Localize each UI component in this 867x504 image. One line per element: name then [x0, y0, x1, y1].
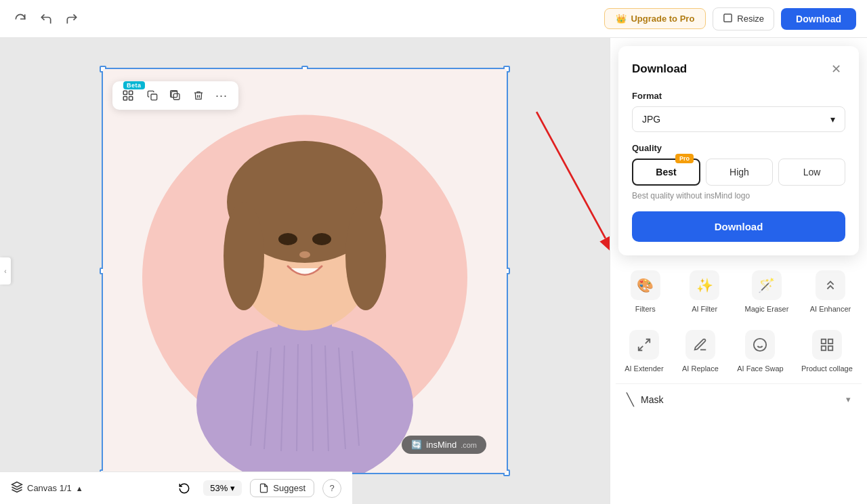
quality-options: Pro Best High Low	[632, 159, 845, 186]
ai-extender-label: AI Extender	[625, 364, 663, 373]
tools-section: 🎨 Filters ✨ AI Filter 🪄 Magic Eraser	[610, 264, 867, 504]
bottombar: Canvas 1/1 ▲ 53% ▾	[0, 471, 352, 504]
quality-section: Quality Pro Best High Low Best quality w…	[632, 143, 845, 201]
ai-extender-icon	[629, 330, 659, 360]
svg-line-28	[646, 339, 650, 343]
help-button[interactable]: ?	[322, 479, 341, 498]
svg-point-9	[299, 251, 310, 258]
ai-tool-button[interactable]: Beta	[119, 85, 140, 106]
upgrade-button[interactable]: 👑 Upgrade to Pro	[604, 8, 706, 29]
product-collage-icon	[812, 330, 842, 360]
svg-rect-34	[828, 339, 832, 343]
svg-rect-20	[123, 97, 127, 100]
tool-product-collage[interactable]: Product collage	[796, 323, 858, 380]
svg-rect-33	[822, 339, 826, 343]
upgrade-label: Upgrade to Pro	[631, 14, 694, 24]
tool-ai-replace[interactable]: AI Replace	[676, 323, 725, 380]
download-panel-close-button[interactable]: ✕	[826, 60, 845, 79]
svg-marker-27	[12, 482, 22, 488]
magic-eraser-label: Magic Eraser	[745, 304, 789, 314]
ai-filter-label: AI Filter	[692, 304, 717, 314]
undo-icon[interactable]	[37, 9, 56, 28]
tool-magic-eraser[interactable]: 🪄 Magic Eraser	[740, 264, 795, 320]
svg-rect-35	[828, 346, 832, 350]
topbar-right: 👑 Upgrade to Pro Resize Download	[604, 7, 856, 30]
tool-ai-enhancer[interactable]: AI Enhancer	[805, 264, 857, 320]
svg-point-5	[224, 202, 264, 310]
ai-face-swap-label: AI Face Swap	[737, 364, 783, 373]
ai-enhancer-icon	[816, 270, 845, 300]
tool-ai-filter[interactable]: ✨ AI Filter	[680, 264, 729, 320]
watermark: 🔄 insMind .com	[402, 436, 486, 454]
format-chevron-icon: ▾	[830, 114, 835, 125]
ai-replace-icon	[685, 330, 715, 360]
watermark-dot: .com	[461, 441, 477, 449]
help-icon: ?	[329, 483, 334, 493]
svg-rect-23	[173, 93, 179, 100]
duplicate-tool-button[interactable]	[165, 85, 186, 106]
canvas-frame[interactable]: 🔄 insMind .com Beta	[102, 68, 508, 474]
format-label: Format	[632, 91, 845, 101]
crown-icon: 👑	[616, 14, 627, 24]
mask-expand-icon: ▾	[846, 394, 851, 404]
svg-rect-0	[724, 14, 732, 21]
tool-filters[interactable]: 🎨 Filters	[621, 264, 670, 320]
chevron-up-icon: ▲	[76, 484, 83, 492]
ai-replace-label: AI Replace	[682, 364, 719, 373]
suggest-button[interactable]: Suggest	[250, 479, 314, 497]
layers-button[interactable]: Canvas 1/1 ▲	[11, 481, 83, 495]
more-tool-button[interactable]: ···	[211, 85, 232, 106]
svg-rect-36	[822, 346, 826, 350]
download-main-button[interactable]: Download	[632, 211, 845, 242]
resize-label: Resize	[737, 14, 764, 24]
svg-rect-21	[129, 97, 133, 100]
mask-section[interactable]: ╲ Mask ▾	[616, 383, 862, 415]
download-panel-header: Download ✕	[632, 60, 845, 79]
svg-line-29	[639, 346, 643, 350]
main: ‹	[0, 38, 867, 504]
zoom-value: 53%	[210, 483, 228, 493]
delete-tool-button[interactable]	[188, 85, 209, 106]
beta-badge: Beta	[123, 81, 145, 89]
topbar-left	[11, 9, 81, 28]
redo-icon[interactable]	[62, 9, 81, 28]
mask-icon: ╲	[627, 392, 634, 407]
magic-eraser-icon: 🪄	[752, 270, 782, 300]
tool-ai-extender[interactable]: AI Extender	[619, 323, 669, 380]
mask-label: Mask	[641, 394, 663, 405]
format-select[interactable]: JPG ▾	[632, 106, 845, 132]
quality-high-button[interactable]: High	[706, 159, 773, 186]
left-collapse-arrow[interactable]: ‹	[0, 257, 11, 285]
canvas-image: 🔄 insMind .com	[103, 69, 507, 473]
copy-tool-button[interactable]	[142, 85, 163, 106]
topbar: 👑 Upgrade to Pro Resize Download	[0, 0, 867, 38]
product-collage-label: Product collage	[801, 364, 853, 373]
quality-low-button[interactable]: Low	[778, 159, 845, 186]
resize-button[interactable]: Resize	[713, 7, 774, 30]
zoom-button[interactable]: 53% ▾	[203, 480, 242, 496]
canvas-label: Canvas 1/1	[27, 483, 72, 493]
resize-icon	[723, 13, 733, 25]
pro-badge: Pro	[675, 154, 694, 163]
ai-filter-icon: ✨	[690, 270, 719, 300]
canvas-area: ‹	[0, 38, 610, 504]
mask-left: ╲ Mask	[627, 392, 663, 407]
watermark-icon: 🔄	[411, 440, 422, 450]
quality-best-button[interactable]: Pro Best	[632, 159, 700, 186]
sidebar: Download ✕ Format JPG ▾ Quality Pro Best…	[610, 38, 867, 504]
filters-icon: 🎨	[631, 270, 660, 300]
svg-rect-18	[123, 91, 127, 94]
svg-point-6	[345, 202, 386, 310]
zoom-control: 53% ▾	[203, 480, 242, 496]
canvas-toolbar: Beta	[112, 81, 238, 110]
tool-ai-face-swap[interactable]: AI Face Swap	[732, 323, 788, 380]
svg-rect-22	[151, 94, 157, 100]
tools-row-2: AI Extender AI Replace	[616, 323, 862, 380]
download-top-button[interactable]: Download	[781, 8, 856, 30]
refresh-button[interactable]	[173, 478, 195, 499]
filters-label: Filters	[635, 304, 656, 314]
sync-icon[interactable]	[11, 9, 30, 28]
watermark-text: insMind	[426, 440, 457, 450]
quality-note: Best quality without insMind logo	[632, 191, 845, 201]
svg-point-7	[278, 233, 297, 245]
